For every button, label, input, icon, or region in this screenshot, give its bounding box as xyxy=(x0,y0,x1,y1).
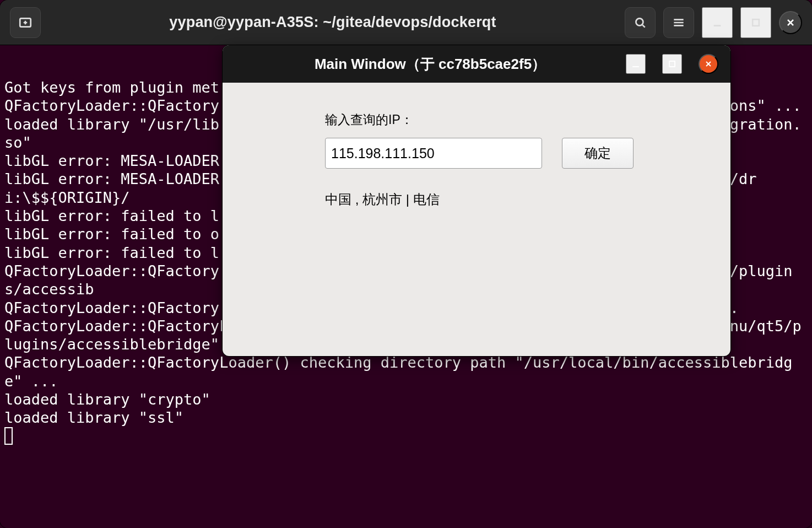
terminal-title: yypan@yypan-A35S: ~/gitea/devops/dockerq… xyxy=(48,14,617,31)
svg-point-1 xyxy=(636,18,643,25)
terminal-line: QFactoryLoader::QFactoryLoader() checkin… xyxy=(4,354,792,389)
terminal-line: libGL error: failed to o xyxy=(4,225,219,243)
maximize-icon xyxy=(667,58,678,69)
terminal-line: Got keys from plugin met xyxy=(4,79,219,96)
svg-rect-2 xyxy=(753,19,759,26)
svg-rect-3 xyxy=(669,61,675,67)
query-result: 中国 , 杭州市 | 电信 xyxy=(325,191,440,208)
maximize-icon xyxy=(750,17,761,28)
minimize-icon xyxy=(711,17,723,29)
submit-button[interactable]: 确定 xyxy=(562,138,634,169)
close-icon xyxy=(704,60,713,68)
maximize-button[interactable] xyxy=(740,7,771,38)
dialog-body: 输入查询的IP： 确定 中国 , 杭州市 | 电信 xyxy=(223,83,730,356)
search-icon xyxy=(633,15,647,30)
terminal-line: libGL error: failed to l xyxy=(4,207,219,224)
minimize-button[interactable] xyxy=(702,7,733,38)
dialog-maximize-button[interactable] xyxy=(662,54,682,74)
terminal-titlebar: yypan@yypan-A35S: ~/gitea/devops/dockerq… xyxy=(0,0,812,45)
dialog-minimize-button[interactable] xyxy=(626,54,646,74)
new-tab-button[interactable] xyxy=(10,7,41,38)
terminal-line: libGL error: failed to l xyxy=(4,244,219,261)
terminal-line: loaded library "crypto" xyxy=(4,391,210,408)
ip-input[interactable] xyxy=(325,138,542,169)
close-icon xyxy=(785,17,796,28)
dialog-title: Main Window（于 cc78b5cae2f5） xyxy=(235,55,626,74)
menu-button[interactable] xyxy=(663,7,694,38)
ip-input-label: 输入查询的IP： xyxy=(325,111,413,128)
dialog-close-button[interactable] xyxy=(699,54,718,74)
dialog-titlebar[interactable]: Main Window（于 cc78b5cae2f5） xyxy=(223,45,730,83)
terminal-line: libGL error: MESA-LOADER xyxy=(4,152,219,169)
terminal-line: loaded library "ssl" xyxy=(4,409,183,426)
terminal-cursor xyxy=(4,427,13,445)
main-window-dialog: Main Window（于 cc78b5cae2f5） 输入查询的IP： 确定 … xyxy=(223,45,730,356)
close-button[interactable] xyxy=(779,11,802,34)
search-button[interactable] xyxy=(625,7,656,38)
hamburger-icon xyxy=(672,15,686,30)
new-tab-icon xyxy=(18,15,33,30)
minimize-icon xyxy=(630,58,641,69)
